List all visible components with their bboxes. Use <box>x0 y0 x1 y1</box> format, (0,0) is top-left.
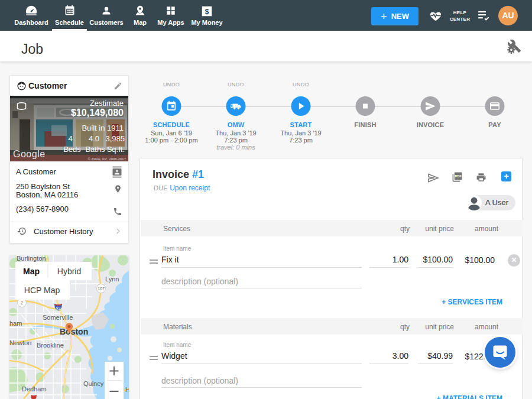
svg-text:2: 2 <box>21 301 23 305</box>
svg-text:Brookline: Brookline <box>37 342 64 349</box>
svg-text:HCP Map: HCP Map <box>24 286 60 295</box>
svg-text:$: $ <box>205 8 209 16</box>
svg-text:PDF: PDF <box>455 174 462 178</box>
svg-text:Boston: Boston <box>60 327 88 336</box>
svg-text:Quincy: Quincy <box>83 380 104 387</box>
svg-text:93: 93 <box>56 306 61 310</box>
svg-text:Burlington: Burlington <box>17 255 46 262</box>
svg-text:Hybrid: Hybrid <box>57 267 81 276</box>
svg-text:Newton: Newton <box>9 339 31 346</box>
svg-text:ham: ham <box>9 320 22 327</box>
svg-text:Map: Map <box>23 267 40 276</box>
svg-text:Dedham: Dedham <box>22 385 47 392</box>
svg-text:Lynn: Lynn <box>105 275 119 283</box>
svg-text:Hi: Hi <box>125 386 129 393</box>
svg-text:107: 107 <box>98 287 105 291</box>
svg-text:Somerville: Somerville <box>43 314 73 321</box>
